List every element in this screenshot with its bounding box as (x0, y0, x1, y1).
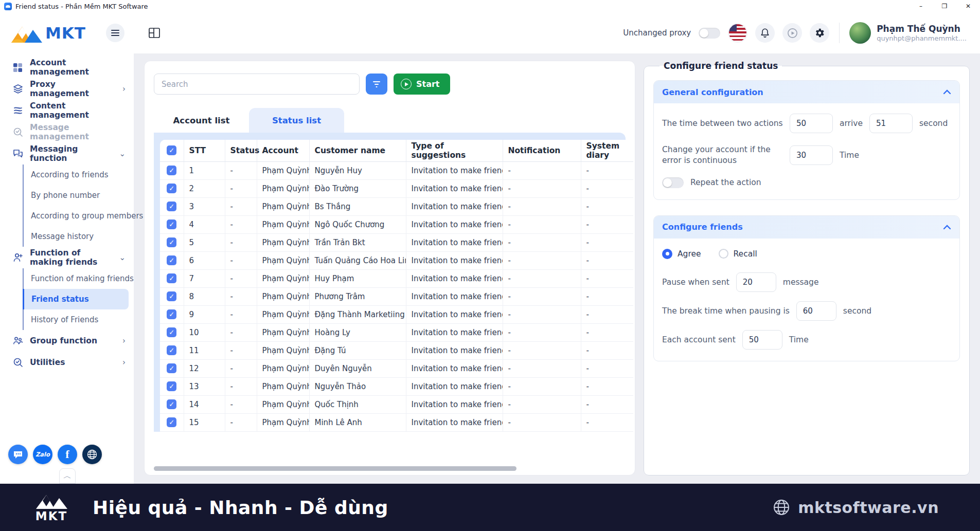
row-checkbox[interactable]: ✓ (167, 237, 176, 247)
layout-panel-button[interactable] (148, 27, 161, 39)
sidebar-subitem-by-phone-number[interactable]: By phone number (23, 185, 129, 206)
tab-status-list[interactable]: Status list (249, 108, 344, 133)
cell-status: - (225, 233, 257, 251)
break-time-input[interactable] (796, 301, 836, 321)
row-checkbox[interactable]: ✓ (167, 381, 176, 391)
table-row[interactable]: ✓ 6 - Phạm Quỳnh Tuấn Quảng Cáo Hoa Linh… (160, 251, 633, 269)
table-row[interactable]: ✓ 8 - Phạm Quỳnh Phương Trâm Invitation … (160, 287, 633, 305)
sidebar-item-utilities[interactable]: Utilities › (0, 352, 134, 373)
repeat-action-toggle[interactable] (662, 177, 684, 188)
settings-button[interactable] (810, 23, 829, 43)
configure-friends-header[interactable]: Configure friends (654, 216, 959, 239)
row-checkbox[interactable]: ✓ (167, 309, 176, 319)
sidebar-subitem-friend-status[interactable]: Friend status (23, 289, 129, 309)
facebook-icon[interactable]: f (58, 445, 77, 464)
globe-icon[interactable] (82, 445, 102, 464)
sidebar-subitem-according-to-group-members[interactable]: According to group members (23, 206, 129, 226)
app-icon (4, 3, 12, 10)
sidebar-item-function-of-making-friends[interactable]: Function of making friends ⌄ (0, 247, 134, 268)
cell-status: - (225, 251, 257, 269)
filter-button[interactable] (366, 74, 387, 95)
error-count-input[interactable] (790, 145, 833, 165)
sidebar-item-proxy-management[interactable]: Proxy management › (0, 78, 134, 100)
chevron-down-icon: ⌄ (119, 149, 126, 158)
sidebar-item-message-management[interactable]: Message management (0, 121, 134, 143)
sidebar-item-content-management[interactable]: Content management (0, 100, 134, 121)
sidebar-item-messaging-function[interactable]: Messaging function ⌄ (0, 143, 134, 164)
row-checkbox[interactable]: ✓ (167, 273, 176, 283)
agree-radio[interactable] (662, 249, 672, 259)
footer-slogan: Hiệu quả - Nhanh - Dễ dùng (93, 497, 388, 518)
row-checkbox[interactable]: ✓ (167, 291, 176, 301)
table-row[interactable]: ✓ 4 - Phạm Quỳnh Ngô Quốc Chương Invitat… (160, 215, 633, 233)
table-row[interactable]: ✓ 11 - Phạm Quỳnh Đặng Tú Invitation to … (160, 341, 633, 359)
cell-type-of-suggestions: Invitation to make friends (406, 395, 503, 413)
row-checkbox[interactable]: ✓ (167, 166, 176, 175)
section-title: General configuration (662, 87, 763, 97)
table-row[interactable]: ✓ 5 - Phạm Quỳnh Trần Trản Bkt Invitatio… (160, 233, 633, 251)
row-checkbox[interactable]: ✓ (167, 363, 176, 373)
tutorial-button[interactable] (782, 23, 802, 43)
sidebar-subitem-history-of-friends[interactable]: History of Friends (23, 309, 129, 330)
table-row[interactable]: ✓ 1 - Phạm Quỳnh Nguyễn Huy Invitation t… (160, 161, 633, 179)
row-checkbox[interactable]: ✓ (167, 202, 176, 211)
collapse-up-button[interactable]: ︿ (59, 468, 76, 484)
configure-friend-status-panel: Configure friend status General configur… (644, 61, 970, 475)
row-checkbox[interactable]: ✓ (167, 417, 176, 427)
table-row[interactable]: ✓ 10 - Phạm Quỳnh Hoàng Ly Invitation to… (160, 323, 633, 341)
row-checkbox[interactable]: ✓ (167, 399, 176, 409)
row-checkbox[interactable]: ✓ (167, 345, 176, 355)
recall-radio[interactable] (719, 249, 728, 259)
search-input[interactable] (154, 74, 360, 95)
sidebar-item-account-management[interactable]: Account management (0, 57, 134, 78)
horizontal-scrollbar[interactable] (154, 466, 516, 471)
configure-friends-section: Configure friends Agree Recall Pause wh (653, 215, 960, 361)
zalo-icon[interactable]: Zalo (33, 445, 52, 464)
time-to-input[interactable] (869, 114, 913, 133)
time-from-input[interactable] (790, 114, 833, 133)
user-name: Phạm Thế Quỳnh (877, 24, 967, 34)
general-configuration-header[interactable]: General configuration (654, 81, 959, 103)
message-search-icon (12, 127, 23, 138)
sidebar-subitem-function-of-making-friends[interactable]: Function of making friends (23, 268, 129, 289)
notifications-button[interactable] (755, 23, 775, 43)
cell-system-diary: - (581, 269, 633, 287)
second-label: second (843, 306, 871, 316)
pause-count-input[interactable] (736, 272, 776, 292)
table-row[interactable]: ✓ 12 - Phạm Quỳnh Duyên Nguyễn Invitatio… (160, 359, 633, 377)
select-all-checkbox[interactable]: ✓ (167, 145, 176, 155)
language-button[interactable] (728, 23, 747, 43)
row-checkbox[interactable]: ✓ (167, 327, 176, 337)
sidebar-subitem-message-history[interactable]: Message history (23, 226, 129, 247)
cell-stt: 2 (184, 179, 225, 197)
table-row[interactable]: ✓ 9 - Phạm Quỳnh Đặng Thành Marketiing I… (160, 305, 633, 323)
cell-status: - (225, 179, 257, 197)
support-chat-icon[interactable] (8, 445, 28, 464)
each-account-input[interactable] (742, 330, 782, 350)
proxy-toggle[interactable] (699, 28, 720, 39)
start-button[interactable]: Start (394, 74, 450, 95)
cell-customer-name: Bs Thắng (309, 197, 406, 215)
table-row[interactable]: ✓ 15 - Phạm Quỳnh Minh Lê Anh Invitation… (160, 413, 633, 431)
each-account-sent-label: Each account sent (662, 335, 736, 344)
sidebar-toggle-button[interactable] (106, 24, 124, 42)
footer-website: mktsoftware.vn (798, 499, 939, 517)
row-checkbox[interactable]: ✓ (167, 184, 176, 193)
table-row[interactable]: ✓ 13 - Phạm Quỳnh Nguyễn Thảo Invitation… (160, 377, 633, 395)
sidebar-subitem-according-to-friends[interactable]: According to friends (23, 164, 129, 185)
cell-stt: 12 (184, 359, 225, 377)
sidebar-subitem-label: By phone number (31, 191, 100, 200)
table-row[interactable]: ✓ 7 - Phạm Quỳnh Huy Phạm Invitation to … (160, 269, 633, 287)
user-profile[interactable]: Phạm Thế Quỳnh quynhpt@phanmemmkt.... (849, 22, 967, 44)
row-checkbox[interactable]: ✓ (167, 255, 176, 265)
sidebar-item-group-function[interactable]: Group function › (0, 330, 134, 352)
cell-status: - (225, 377, 257, 395)
close-button[interactable]: ✕ (956, 0, 980, 12)
table-row[interactable]: ✓ 14 - Phạm Quỳnh Quốc Thịnh Invitation … (160, 395, 633, 413)
tab-account-list[interactable]: Account list (154, 108, 249, 133)
table-row[interactable]: ✓ 2 - Phạm Quỳnh Đào Trường Invitation t… (160, 179, 633, 197)
minimize-button[interactable]: – (909, 0, 933, 12)
table-row[interactable]: ✓ 3 - Phạm Quỳnh Bs Thắng Invitation to … (160, 197, 633, 215)
row-checkbox[interactable]: ✓ (167, 219, 176, 229)
maximize-button[interactable]: ❐ (933, 0, 956, 12)
